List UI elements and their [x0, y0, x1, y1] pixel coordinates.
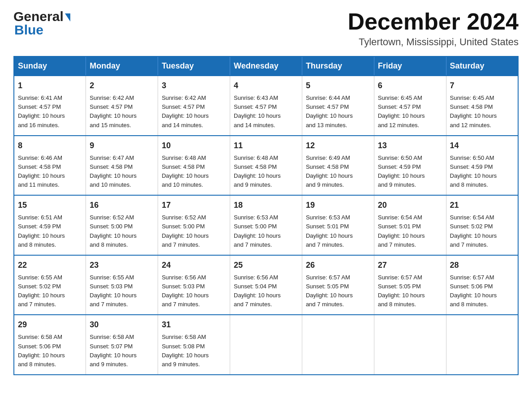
calendar-cell: [302, 315, 374, 375]
calendar-cell: [374, 315, 446, 375]
calendar-cell: 29 Sunrise: 6:58 AM Sunset: 5:06 PM Dayl…: [14, 315, 86, 375]
week-row-3: 15 Sunrise: 6:51 AM Sunset: 4:59 PM Dayl…: [14, 195, 518, 255]
calendar-cell: 12 Sunrise: 6:49 AM Sunset: 4:58 PM Dayl…: [302, 136, 374, 196]
day-info: Sunrise: 6:45 AM Sunset: 4:57 PM Dayligh…: [378, 94, 442, 130]
day-number: 19: [306, 199, 370, 211]
calendar-cell: 2 Sunrise: 6:42 AM Sunset: 4:57 PM Dayli…: [86, 76, 158, 136]
day-number: 5: [306, 80, 370, 92]
calendar-cell: 13 Sunrise: 6:50 AM Sunset: 4:59 PM Dayl…: [374, 136, 446, 196]
header-wednesday: Wednesday: [230, 56, 302, 76]
calendar-cell: 25 Sunrise: 6:56 AM Sunset: 5:04 PM Dayl…: [230, 255, 302, 315]
calendar-body: 1 Sunrise: 6:41 AM Sunset: 4:57 PM Dayli…: [14, 76, 518, 375]
day-number: 1: [18, 80, 82, 92]
calendar-cell: 16 Sunrise: 6:52 AM Sunset: 5:00 PM Dayl…: [86, 195, 158, 255]
day-info: Sunrise: 6:49 AM Sunset: 4:58 PM Dayligh…: [306, 154, 370, 190]
header-thursday: Thursday: [302, 56, 374, 76]
day-number: 17: [162, 199, 226, 211]
day-info: Sunrise: 6:48 AM Sunset: 4:58 PM Dayligh…: [162, 154, 226, 190]
calendar-cell: 14 Sunrise: 6:50 AM Sunset: 4:59 PM Dayl…: [446, 136, 518, 196]
day-info: Sunrise: 6:46 AM Sunset: 4:58 PM Dayligh…: [18, 154, 82, 190]
day-number: 9: [90, 140, 154, 152]
day-number: 6: [378, 80, 442, 92]
day-info: Sunrise: 6:52 AM Sunset: 5:00 PM Dayligh…: [90, 213, 154, 249]
calendar-cell: 11 Sunrise: 6:48 AM Sunset: 4:58 PM Dayl…: [230, 136, 302, 196]
day-number: 15: [18, 199, 82, 211]
day-info: Sunrise: 6:52 AM Sunset: 5:00 PM Dayligh…: [162, 213, 226, 249]
calendar-cell: 5 Sunrise: 6:44 AM Sunset: 4:57 PM Dayli…: [302, 76, 374, 136]
calendar-cell: 30 Sunrise: 6:58 AM Sunset: 5:07 PM Dayl…: [86, 315, 158, 375]
header-tuesday: Tuesday: [158, 56, 230, 76]
title-section: December 2024 Tylertown, Mississippi, Un…: [348, 9, 519, 48]
day-number: 18: [234, 199, 298, 211]
day-info: Sunrise: 6:47 AM Sunset: 4:58 PM Dayligh…: [90, 154, 154, 190]
calendar-cell: 22 Sunrise: 6:55 AM Sunset: 5:02 PM Dayl…: [14, 255, 86, 315]
calendar-cell: 9 Sunrise: 6:47 AM Sunset: 4:58 PM Dayli…: [86, 136, 158, 196]
day-info: Sunrise: 6:42 AM Sunset: 4:57 PM Dayligh…: [162, 94, 226, 130]
logo-blue-text: Blue: [14, 22, 43, 38]
calendar-cell: 8 Sunrise: 6:46 AM Sunset: 4:58 PM Dayli…: [14, 136, 86, 196]
calendar-cell: [230, 315, 302, 375]
day-number: 16: [90, 199, 154, 211]
day-info: Sunrise: 6:50 AM Sunset: 4:59 PM Dayligh…: [378, 154, 442, 190]
calendar-cell: 21 Sunrise: 6:54 AM Sunset: 5:02 PM Dayl…: [446, 195, 518, 255]
page-header: General Blue December 2024 Tylertown, Mi…: [13, 9, 519, 48]
day-number: 2: [90, 80, 154, 92]
day-number: 26: [306, 259, 370, 271]
calendar-cell: 17 Sunrise: 6:52 AM Sunset: 5:00 PM Dayl…: [158, 195, 230, 255]
day-info: Sunrise: 6:57 AM Sunset: 5:05 PM Dayligh…: [378, 273, 442, 309]
day-info: Sunrise: 6:56 AM Sunset: 5:04 PM Dayligh…: [234, 273, 298, 309]
calendar-table: SundayMondayTuesdayWednesdayThursdayFrid…: [13, 56, 519, 375]
calendar-cell: 19 Sunrise: 6:53 AM Sunset: 5:01 PM Dayl…: [302, 195, 374, 255]
calendar-cell: 10 Sunrise: 6:48 AM Sunset: 4:58 PM Dayl…: [158, 136, 230, 196]
day-info: Sunrise: 6:56 AM Sunset: 5:03 PM Dayligh…: [162, 273, 226, 309]
logo: General Blue: [13, 9, 70, 38]
day-number: 28: [450, 259, 514, 271]
header-monday: Monday: [86, 56, 158, 76]
day-info: Sunrise: 6:58 AM Sunset: 5:06 PM Dayligh…: [18, 333, 82, 369]
day-number: 29: [18, 319, 82, 331]
calendar-cell: 15 Sunrise: 6:51 AM Sunset: 4:59 PM Dayl…: [14, 195, 86, 255]
calendar-cell: 28 Sunrise: 6:57 AM Sunset: 5:06 PM Dayl…: [446, 255, 518, 315]
calendar-header: SundayMondayTuesdayWednesdayThursdayFrid…: [14, 56, 518, 76]
logo-general-text: General: [13, 9, 64, 24]
calendar-cell: 31 Sunrise: 6:58 AM Sunset: 5:08 PM Dayl…: [158, 315, 230, 375]
week-row-4: 22 Sunrise: 6:55 AM Sunset: 5:02 PM Dayl…: [14, 255, 518, 315]
calendar-cell: 26 Sunrise: 6:57 AM Sunset: 5:05 PM Dayl…: [302, 255, 374, 315]
header-sunday: Sunday: [14, 56, 86, 76]
day-number: 14: [450, 140, 514, 152]
day-number: 31: [162, 319, 226, 331]
day-number: 13: [378, 140, 442, 152]
day-number: 21: [450, 199, 514, 211]
calendar-cell: 1 Sunrise: 6:41 AM Sunset: 4:57 PM Dayli…: [14, 76, 86, 136]
day-info: Sunrise: 6:41 AM Sunset: 4:57 PM Dayligh…: [18, 94, 82, 130]
week-row-5: 29 Sunrise: 6:58 AM Sunset: 5:06 PM Dayl…: [14, 315, 518, 375]
week-row-2: 8 Sunrise: 6:46 AM Sunset: 4:58 PM Dayli…: [14, 136, 518, 196]
calendar-cell: 20 Sunrise: 6:54 AM Sunset: 5:01 PM Dayl…: [374, 195, 446, 255]
day-number: 24: [162, 259, 226, 271]
day-number: 8: [18, 140, 82, 152]
day-info: Sunrise: 6:58 AM Sunset: 5:08 PM Dayligh…: [162, 333, 226, 369]
day-info: Sunrise: 6:54 AM Sunset: 5:02 PM Dayligh…: [450, 213, 514, 249]
day-info: Sunrise: 6:45 AM Sunset: 4:58 PM Dayligh…: [450, 94, 514, 130]
day-number: 10: [162, 140, 226, 152]
week-row-1: 1 Sunrise: 6:41 AM Sunset: 4:57 PM Dayli…: [14, 76, 518, 136]
day-info: Sunrise: 6:57 AM Sunset: 5:06 PM Dayligh…: [450, 273, 514, 309]
header-saturday: Saturday: [446, 56, 518, 76]
day-info: Sunrise: 6:53 AM Sunset: 5:00 PM Dayligh…: [234, 213, 298, 249]
day-info: Sunrise: 6:55 AM Sunset: 5:02 PM Dayligh…: [18, 273, 82, 309]
calendar-cell: 7 Sunrise: 6:45 AM Sunset: 4:58 PM Dayli…: [446, 76, 518, 136]
day-number: 12: [306, 140, 370, 152]
day-info: Sunrise: 6:58 AM Sunset: 5:07 PM Dayligh…: [90, 333, 154, 369]
day-info: Sunrise: 6:42 AM Sunset: 4:57 PM Dayligh…: [90, 94, 154, 130]
calendar-cell: 18 Sunrise: 6:53 AM Sunset: 5:00 PM Dayl…: [230, 195, 302, 255]
calendar-cell: 27 Sunrise: 6:57 AM Sunset: 5:05 PM Dayl…: [374, 255, 446, 315]
calendar-cell: 24 Sunrise: 6:56 AM Sunset: 5:03 PM Dayl…: [158, 255, 230, 315]
month-title: December 2024: [348, 9, 519, 34]
calendar-cell: 3 Sunrise: 6:42 AM Sunset: 4:57 PM Dayli…: [158, 76, 230, 136]
day-info: Sunrise: 6:43 AM Sunset: 4:57 PM Dayligh…: [234, 94, 298, 130]
day-info: Sunrise: 6:44 AM Sunset: 4:57 PM Dayligh…: [306, 94, 370, 130]
day-info: Sunrise: 6:57 AM Sunset: 5:05 PM Dayligh…: [306, 273, 370, 309]
day-info: Sunrise: 6:48 AM Sunset: 4:58 PM Dayligh…: [234, 154, 298, 190]
day-info: Sunrise: 6:50 AM Sunset: 4:59 PM Dayligh…: [450, 154, 514, 190]
day-number: 30: [90, 319, 154, 331]
